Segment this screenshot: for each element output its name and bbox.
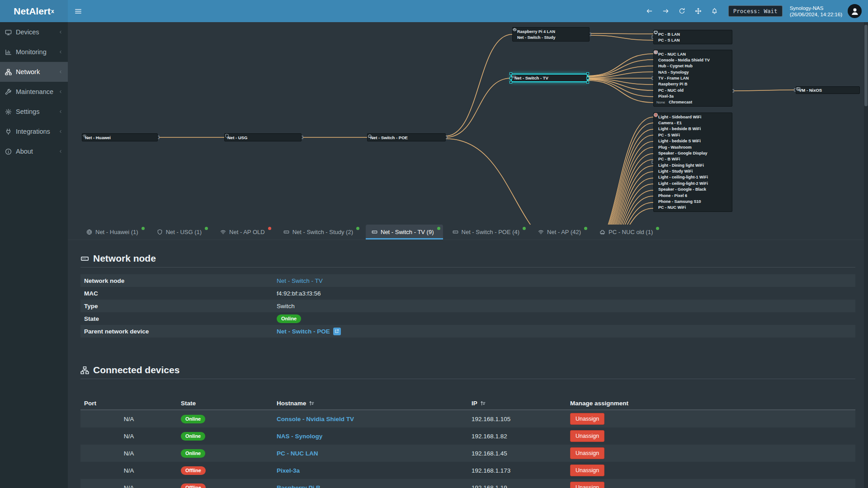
topology-device-pc-s-wifi[interactable]: PC - S WiFi [654, 132, 732, 138]
topology-device-light-ceiling-light-2-wifi[interactable]: Light - ceiling-light-2 WiFi [654, 180, 732, 186]
topology-device-raspberry-pi-b[interactable]: Raspberry Pi B [654, 81, 732, 87]
user-avatar[interactable] [848, 4, 862, 18]
topology-device-light-dining-light-wifi[interactable]: Light - Dining light WiFi [654, 162, 732, 168]
sidebar-item-integrations[interactable]: Integrations [0, 122, 68, 141]
topology-device-net-switch-study[interactable]: Net - Switch - Study [513, 34, 589, 40]
topology-device-nas-synology[interactable]: NAS - Synology [654, 69, 732, 75]
sidebar-item-network[interactable]: Network [0, 62, 68, 82]
notifications-button[interactable] [707, 0, 723, 22]
tab-net-huawei-1[interactable]: Net - Huawei (1) [80, 225, 147, 239]
parent-node-link[interactable]: Net - Switch - POE [277, 328, 330, 335]
node-label: Net - Switch - TV [514, 75, 548, 80]
topology-device-pc-b-lan[interactable]: PC - B LAN [654, 31, 732, 37]
host-timestamp: (26/06/2024, 14:22:16) [790, 11, 842, 18]
topology-device-pixel-3a[interactable]: Pixel-3a [654, 93, 732, 99]
brand-logo[interactable]: NetAlertx [0, 0, 68, 22]
tab-net-switch-poe-4[interactable]: Net - Switch - POE (4) [447, 225, 529, 239]
ip-cell: 192.168.1.173 [468, 467, 566, 474]
port-cell: N/A [80, 416, 177, 422]
topology-device-phone-samsung-s10[interactable]: Phone - Samsung S10 [654, 198, 732, 204]
tab-pc-nuc-old-1[interactable]: PC - NUC old (1) [594, 225, 662, 239]
sidebar-item-about[interactable]: About [0, 141, 68, 161]
topology-device-console-nvidia-shield-tv[interactable]: Console - Nvidia Shield TV [654, 57, 732, 63]
device-label: Raspberry Pi B [658, 82, 688, 86]
topology-device-light-bedside-s-wifi[interactable]: Light - bedside S WiFi [654, 138, 732, 144]
unassign-button[interactable]: Unassign [570, 447, 604, 459]
tab-net-ap-42[interactable]: Net - AP (42) [532, 225, 590, 239]
topology-node-vm-nixos[interactable]: VM - NixOS [796, 86, 860, 94]
topology-device-pc-b-wifi[interactable]: PC - B WiFi [654, 156, 732, 162]
sidebar-item-maintenance[interactable]: Maintenance [0, 82, 68, 102]
devices-table-body: N/AOnlineConsole - Nvidia Shield TV192.1… [80, 410, 855, 488]
tab-net-ap-old[interactable]: Net - AP OLD [214, 225, 274, 239]
scrollbar-thumb[interactable] [864, 25, 868, 106]
topology-device-light-bedside-b-wifi[interactable]: Light - bedside B WiFi [654, 126, 732, 132]
hostname-link[interactable]: PC - NUC LAN [277, 450, 318, 457]
topology-node-net-usg[interactable]: Net - USG [224, 133, 302, 141]
ethernet-icon [599, 229, 605, 235]
chevron-left-icon [58, 50, 63, 54]
sidebar-item-settings[interactable]: Settings [0, 102, 68, 122]
nav-forward-button[interactable] [658, 0, 674, 22]
topology-node-net-huawei[interactable]: Net - Huawei [82, 133, 158, 141]
topology-device-raspberry-pi-4-lan[interactable]: Raspberry Pi 4 LAN [513, 28, 589, 34]
page-scrollbar[interactable] [864, 22, 868, 488]
state-badge: Online [181, 449, 205, 458]
node-tabs: Net - Huawei (1)Net - USG (1)Net - AP OL… [68, 225, 868, 240]
chevron-left-icon [58, 30, 63, 34]
column-header-state: State [177, 400, 273, 407]
hostname-link[interactable]: Pixel-3a [277, 467, 300, 474]
hostname-link[interactable]: Console - Nvidia Shield TV [277, 416, 354, 422]
topology-device-pc-nuc-old[interactable]: PC - NUC old [654, 87, 732, 93]
topology-device-hub-cygnet-hub[interactable]: Hub - Cygnet Hub [654, 63, 732, 69]
topology-link [586, 135, 653, 225]
top-header: NetAlertx Process: Wait Synology-NAS (26… [0, 0, 868, 22]
topology-device-speaker-google-display[interactable]: Speaker - Google Display [654, 150, 732, 156]
tab-status-dot [205, 227, 208, 230]
topology-device-phone-pixel-6[interactable]: Phone - Pixel 6 [654, 192, 732, 198]
refresh-button[interactable] [674, 0, 690, 22]
topology-device-chromecast[interactable]: NoneChromecast [654, 99, 732, 105]
process-status-badge: Process: Wait [728, 5, 783, 17]
unassign-button[interactable]: Unassign [570, 482, 604, 488]
hostname-link[interactable]: Raspberry Pi B [277, 484, 321, 488]
topology-device-light-ceiling-light-1-wifi[interactable]: Light - ceiling-light-1 WiFi [654, 174, 732, 180]
kv-row: TypeSwitch [80, 300, 855, 312]
topology-node-net-switch-tv[interactable]: Net - Switch - TV [511, 74, 588, 82]
external-link-icon[interactable] [333, 328, 341, 335]
sidebar-item-monitoring[interactable]: Monitoring [0, 42, 68, 62]
network-node-title: Network node [80, 252, 855, 265]
field-label: Network node [80, 277, 277, 284]
tab-net-usg-1[interactable]: Net - USG (1) [151, 225, 211, 239]
unassign-button[interactable]: Unassign [570, 465, 604, 476]
topology-device-plug-washroom[interactable]: Plug - Washroom [654, 144, 732, 150]
node-name-link[interactable]: Net - Switch - TV [277, 277, 323, 284]
nav-back-button[interactable] [642, 0, 658, 22]
topology-node-net-switch-poe[interactable]: Net - Switch - POE [367, 133, 446, 141]
topology-device-speaker-google-black[interactable]: Speaker - Google - Black [654, 187, 732, 192]
topology-device-light-study-wifi[interactable]: Light - Study WiFi [654, 168, 732, 174]
column-header-hostname[interactable]: Hostname [273, 400, 468, 407]
host-name: Synology-NAS [790, 5, 842, 11]
topology-device-light-sideboard-wifi[interactable]: Light - Sideboard WiFi [654, 114, 732, 120]
topology-device-tv-frame-lan[interactable]: TV - Frame LAN [654, 75, 732, 81]
unassign-button[interactable]: Unassign [570, 413, 604, 425]
tab-net-switch-study-2[interactable]: Net - Switch - Study (2) [278, 225, 362, 239]
topology-device-camera-e1[interactable]: Camera - E1 [654, 120, 732, 126]
tab-net-switch-tv-9[interactable]: Net - Switch - TV (9) [366, 225, 443, 239]
topology-device-pc-s-lan[interactable]: PC - S LAN [654, 37, 732, 43]
shield-icon [157, 229, 163, 235]
arrow-right-icon [662, 8, 669, 14]
network-topology-map[interactable]: Net - HuaweiNet - USGNet - Switch - POEN… [68, 22, 868, 225]
sidebar-toggle-button[interactable] [68, 0, 89, 22]
topology-device-pc-nuc-lan[interactable]: PC - NUC LAN [654, 51, 732, 57]
unassign-button[interactable]: Unassign [570, 430, 604, 442]
sidebar-item-devices[interactable]: Devices [0, 22, 68, 42]
kv-row: StateOnline [80, 312, 855, 325]
topology-device-pc-nuc-wifi[interactable]: PC - NUC WiFi [654, 205, 732, 211]
hostname-link[interactable]: NAS - Synology [277, 433, 322, 440]
topology-link [588, 54, 653, 76]
column-header-ip[interactable]: IP [468, 400, 566, 407]
pan-tool-button[interactable] [690, 0, 707, 22]
wifi-icon [82, 134, 87, 138]
